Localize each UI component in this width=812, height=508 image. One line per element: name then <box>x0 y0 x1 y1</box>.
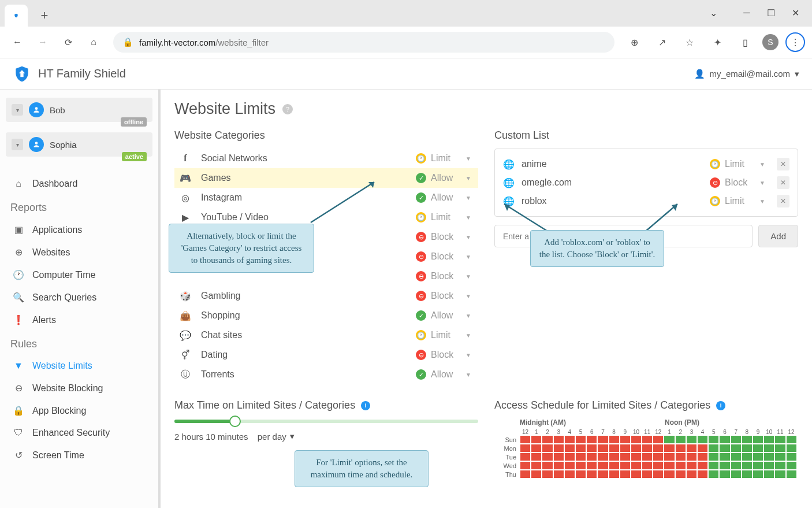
active-tab[interactable] <box>5 5 28 27</box>
schedule-cell[interactable] <box>631 470 642 479</box>
schedule-cell[interactable] <box>620 453 631 461</box>
nav-screen-time[interactable]: ↺Screen Time <box>0 444 158 466</box>
time-slider[interactable] <box>174 420 478 423</box>
home-button[interactable]: ⌂ <box>83 32 104 53</box>
schedule-cell[interactable] <box>742 470 753 479</box>
schedule-cell[interactable] <box>564 435 575 444</box>
slider-thumb[interactable] <box>229 416 241 427</box>
schedule-cell[interactable] <box>609 435 620 444</box>
category-row[interactable]: 👜 Shopping ✓ Allow ▼ <box>174 306 478 325</box>
schedule-cell[interactable] <box>597 461 608 470</box>
chevron-down-icon[interactable]: ⌄ <box>701 3 725 22</box>
schedule-cell[interactable] <box>564 461 575 470</box>
schedule-cell[interactable] <box>586 444 597 453</box>
schedule-cell[interactable] <box>763 461 774 470</box>
nav-websites[interactable]: ⊕Websites <box>0 241 158 264</box>
extension-icon[interactable]: ✦ <box>707 32 728 53</box>
schedule-cell[interactable] <box>609 470 620 479</box>
status-dropdown[interactable]: ✓ Allow ▼ <box>416 173 471 183</box>
schedule-cell[interactable] <box>642 461 653 470</box>
remove-button[interactable]: ✕ <box>777 176 789 189</box>
schedule-cell[interactable] <box>597 453 608 461</box>
schedule-cell[interactable] <box>763 435 774 444</box>
schedule-cell[interactable] <box>686 453 697 461</box>
schedule-cell[interactable] <box>620 444 631 453</box>
new-tab-button[interactable]: + <box>35 6 54 25</box>
schedule-cell[interactable] <box>520 453 531 461</box>
schedule-cell[interactable] <box>664 453 675 461</box>
schedule-cell[interactable] <box>609 453 620 461</box>
status-dropdown[interactable]: ⊖ Block ▼ <box>710 177 765 188</box>
star-icon[interactable]: ☆ <box>679 32 700 53</box>
schedule-cell[interactable] <box>653 461 664 470</box>
schedule-cell[interactable] <box>620 461 631 470</box>
schedule-cell[interactable] <box>575 470 586 479</box>
schedule-cell[interactable] <box>686 435 697 444</box>
nav-dashboard[interactable]: ⌂Dashboard <box>0 173 158 195</box>
info-icon[interactable]: i <box>361 401 370 410</box>
status-dropdown[interactable]: 🕐 Limit ▼ <box>710 196 765 206</box>
schedule-cell[interactable] <box>697 470 708 479</box>
address-bar[interactable]: 🔒 family.ht-vector.com/website_filter <box>113 32 614 53</box>
schedule-cell[interactable] <box>774 470 785 479</box>
status-dropdown[interactable]: 🕐 Limit ▼ <box>710 159 765 169</box>
time-value-dropdown[interactable]: 2 hours 10 minutes per day ▾ <box>174 431 478 442</box>
schedule-cell[interactable] <box>520 461 531 470</box>
schedule-cell[interactable] <box>719 470 730 479</box>
schedule-cell[interactable] <box>774 453 785 461</box>
schedule-cell[interactable] <box>586 461 597 470</box>
status-dropdown[interactable]: ⊖ Block ▼ <box>416 271 471 281</box>
schedule-cell[interactable] <box>763 470 774 479</box>
schedule-cell[interactable] <box>731 435 742 444</box>
expand-icon[interactable]: ▾ <box>12 104 23 116</box>
schedule-cell[interactable] <box>653 453 664 461</box>
schedule-cell[interactable] <box>631 453 642 461</box>
schedule-cell[interactable] <box>786 461 797 470</box>
schedule-cell[interactable] <box>697 444 708 453</box>
category-row[interactable]: ⚥ Dating ⊖ Block ▼ <box>174 345 478 365</box>
schedule-cell[interactable] <box>675 461 686 470</box>
schedule-cell[interactable] <box>742 461 753 470</box>
schedule-cell[interactable] <box>708 461 719 470</box>
schedule-cell[interactable] <box>642 444 653 453</box>
schedule-cell[interactable] <box>742 444 753 453</box>
user-menu[interactable]: 👤 my_email@mail.com ▾ <box>694 69 799 79</box>
status-dropdown[interactable]: ⊖ Block ▼ <box>416 232 471 242</box>
minimize-button[interactable]: ─ <box>735 3 759 22</box>
schedule-cell[interactable] <box>520 470 531 479</box>
nav-website-blocking[interactable]: ⊖Website Blocking <box>0 377 158 399</box>
schedule-cell[interactable] <box>675 435 686 444</box>
schedule-cell[interactable] <box>620 470 631 479</box>
share-icon[interactable]: ↗ <box>651 32 672 53</box>
schedule-cell[interactable] <box>786 444 797 453</box>
schedule-cell[interactable] <box>586 470 597 479</box>
profile-avatar[interactable]: S <box>762 34 779 50</box>
schedule-cell[interactable] <box>620 435 631 444</box>
schedule-cell[interactable] <box>531 461 542 470</box>
schedule-cell[interactable] <box>774 461 785 470</box>
status-dropdown[interactable]: 🕐 Limit ▼ <box>416 153 471 164</box>
category-row[interactable]: 💬 Chat sites 🕐 Limit ▼ <box>174 325 478 345</box>
category-row[interactable]: 🎲 Gambling ⊖ Block ▼ <box>174 286 478 306</box>
schedule-cell[interactable] <box>542 461 553 470</box>
schedule-cell[interactable] <box>642 453 653 461</box>
schedule-cell[interactable] <box>697 453 708 461</box>
status-dropdown[interactable]: ✓ Allow ▼ <box>416 192 471 203</box>
schedule-cell[interactable] <box>542 435 553 444</box>
schedule-cell[interactable] <box>708 470 719 479</box>
schedule-cell[interactable] <box>597 444 608 453</box>
nav-search-queries[interactable]: 🔍Search Queries <box>0 286 158 309</box>
schedule-cell[interactable] <box>564 470 575 479</box>
schedule-cell[interactable] <box>742 453 753 461</box>
schedule-cell[interactable] <box>763 444 774 453</box>
schedule-cell[interactable] <box>631 461 642 470</box>
schedule-cell[interactable] <box>686 461 697 470</box>
schedule-cell[interactable] <box>753 453 763 461</box>
schedule-cell[interactable] <box>531 470 542 479</box>
schedule-cell[interactable] <box>564 453 575 461</box>
info-icon[interactable]: i <box>716 401 725 410</box>
schedule-cell[interactable] <box>731 444 742 453</box>
schedule-cell[interactable] <box>742 435 753 444</box>
schedule-cell[interactable] <box>542 444 553 453</box>
schedule-cell[interactable] <box>631 435 642 444</box>
